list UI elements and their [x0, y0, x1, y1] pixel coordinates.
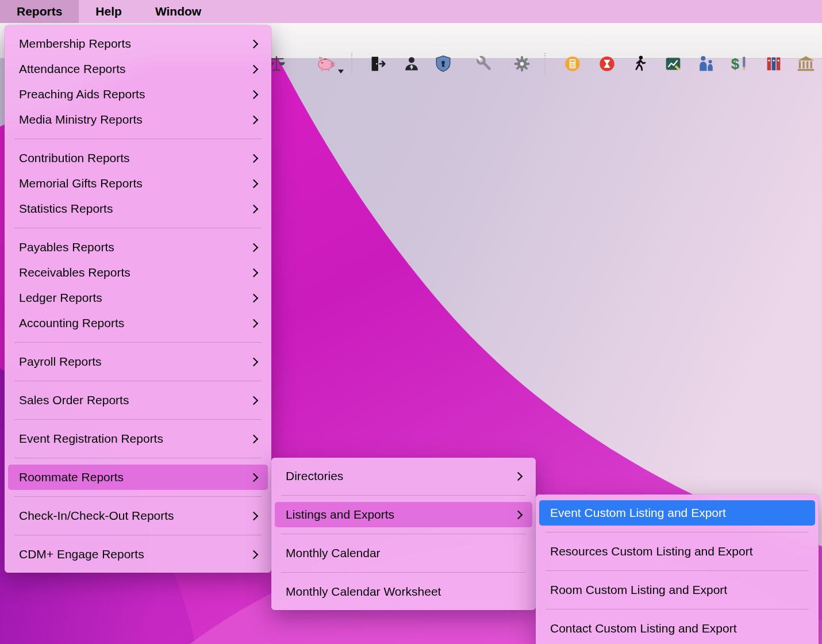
hourglass-icon[interactable] [597, 53, 617, 74]
menu-separator [14, 381, 262, 381]
menu-separator [14, 535, 262, 535]
menu-item-accounting-reports[interactable]: Accounting Reports [8, 310, 268, 336]
menu-item-label: Statistics Reports [19, 202, 251, 216]
submenu-chevron-icon [249, 396, 259, 405]
desktop: $ Reports He [0, 0, 822, 644]
submenu-chevron-icon [249, 204, 259, 213]
menu-separator [281, 572, 526, 573]
menu-item-label: Receivables Reports [19, 266, 251, 279]
menubar-item-window[interactable]: Window [139, 0, 218, 23]
menu-item-payroll-reports[interactable]: Payroll Reports [8, 349, 268, 374]
menu-separator [281, 534, 526, 534]
menu-item-label: CDM+ Engage Reports [19, 547, 251, 561]
logout-door-icon[interactable] [367, 53, 388, 74]
menu-item-cdm-engage-reports[interactable]: CDM+ Engage Reports [8, 542, 268, 567]
menu-item-directories[interactable]: Directories [275, 463, 532, 489]
reports-dropdown-menu: Membership Reports Attendance Reports Pr… [5, 25, 271, 573]
menu-item-check-in-check-out-reports[interactable]: Check-In/Check-Out Reports [8, 503, 268, 528]
submenu-chevron-icon [249, 115, 259, 124]
menu-separator [14, 458, 262, 458]
dropdown-caret-icon[interactable] [338, 70, 344, 74]
bank-building-icon[interactable] [796, 53, 816, 74]
menu-item-label: Monthly Calendar Worksheet [286, 585, 524, 599]
menu-item-label: Media Ministry Reports [19, 113, 251, 126]
menu-separator [14, 342, 262, 343]
menu-separator [546, 532, 809, 532]
family-icon[interactable] [696, 53, 716, 74]
toolbar-separator [351, 53, 352, 75]
submenu-chevron-icon [249, 319, 259, 328]
menu-separator [14, 496, 262, 497]
menu-item-label: Resources Custom Listing and Export [550, 545, 807, 558]
menu-item-label: Roommate Reports [19, 470, 251, 484]
toolbar-separator [544, 53, 546, 75]
menu-item-listings-and-exports[interactable]: Listings and Exports [275, 502, 532, 527]
menu-item-label: Contact Custom Listing and Export [550, 622, 807, 635]
menu-item-payables-reports[interactable]: Payables Reports [8, 235, 268, 260]
menu-item-label: Contribution Reports [19, 151, 251, 165]
binders-icon[interactable] [763, 53, 784, 74]
menu-item-preaching-aids-reports[interactable]: Preaching Aids Reports [8, 82, 268, 107]
menu-item-attendance-reports[interactable]: Attendance Reports [8, 56, 268, 82]
menu-separator [14, 139, 262, 139]
menu-separator [281, 495, 526, 496]
menu-item-monthly-calendar[interactable]: Monthly Calendar [275, 540, 532, 566]
menu-item-label: Attendance Reports [19, 62, 251, 76]
menu-item-sales-order-reports[interactable]: Sales Order Reports [8, 388, 268, 413]
menu-item-label: Room Custom Listing and Export [550, 583, 807, 597]
dollar-pen-icon[interactable]: $ [729, 53, 750, 74]
submenu-chevron-icon [249, 90, 259, 99]
svg-text:$: $ [731, 56, 739, 72]
submenu-chevron-icon [249, 357, 259, 366]
menu-item-label: Ledger Reports [19, 291, 251, 305]
gear-icon[interactable] [512, 53, 532, 74]
menu-item-media-ministry-reports[interactable]: Media Ministry Reports [8, 107, 268, 132]
menu-item-label: Membership Reports [19, 37, 251, 51]
menu-item-label: Payroll Reports [19, 355, 251, 369]
person-icon[interactable] [401, 53, 422, 74]
menu-item-roommate-reports[interactable]: Roommate Reports [8, 465, 268, 490]
menu-item-room-custom-listing-and-export[interactable]: Room Custom Listing and Export [539, 577, 815, 603]
menu-item-ledger-reports[interactable]: Ledger Reports [8, 285, 268, 310]
submenu-chevron-icon [249, 293, 259, 302]
submenu-chevron-icon [249, 268, 259, 277]
menubar-item-reports[interactable]: Reports [0, 0, 79, 23]
menu-separator [14, 419, 262, 420]
menubar-item-help[interactable]: Help [79, 0, 139, 23]
menu-item-label: Sales Order Reports [19, 393, 251, 407]
submenu-chevron-icon [249, 473, 259, 482]
menu-item-label: Payables Reports [19, 240, 251, 254]
menu-item-label: Accounting Reports [19, 316, 251, 330]
menu-item-label: Listings and Exports [286, 508, 515, 522]
submenu-chevron-icon [514, 471, 523, 481]
menu-item-memorial-gifts-reports[interactable]: Memorial Gifts Reports [8, 171, 268, 196]
menu-item-monthly-calendar-worksheet[interactable]: Monthly Calendar Worksheet [275, 579, 532, 604]
submenu-chevron-icon [249, 154, 259, 163]
menu-separator [546, 609, 809, 610]
menu-item-membership-reports[interactable]: Membership Reports [8, 31, 268, 56]
submenu-chevron-icon [249, 511, 259, 520]
menu-item-receivables-reports[interactable]: Receivables Reports [8, 260, 268, 285]
chart-pen-icon[interactable] [663, 53, 683, 74]
security-shield-icon[interactable] [433, 53, 454, 74]
submenu-chevron-icon [249, 434, 259, 443]
piggy-bank-icon[interactable] [316, 53, 336, 74]
calculator-icon[interactable] [562, 53, 583, 74]
wrench-icon[interactable] [474, 53, 495, 74]
submenu-chevron-icon [514, 510, 523, 519]
menu-item-label: Preaching Aids Reports [19, 87, 251, 101]
submenu-chevron-icon [249, 39, 259, 48]
menu-item-statistics-reports[interactable]: Statistics Reports [8, 196, 268, 221]
menu-item-contribution-reports[interactable]: Contribution Reports [8, 145, 268, 171]
menu-item-label: Memorial Gifts Reports [19, 177, 251, 190]
menu-separator [546, 570, 809, 571]
menu-item-event-registration-reports[interactable]: Event Registration Reports [8, 426, 268, 451]
submenu-chevron-icon [249, 243, 259, 252]
menu-bar: Reports Help Window [0, 0, 822, 23]
menu-item-event-custom-listing-and-export[interactable]: Event Custom Listing and Export [539, 500, 815, 526]
menu-item-label: Event Custom Listing and Export [550, 506, 807, 520]
menu-item-contact-custom-listing-and-export[interactable]: Contact Custom Listing and Export [539, 616, 815, 641]
walking-person-icon[interactable] [629, 53, 650, 74]
submenu-chevron-icon [249, 64, 259, 74]
menu-item-resources-custom-listing-and-export[interactable]: Resources Custom Listing and Export [539, 539, 815, 564]
